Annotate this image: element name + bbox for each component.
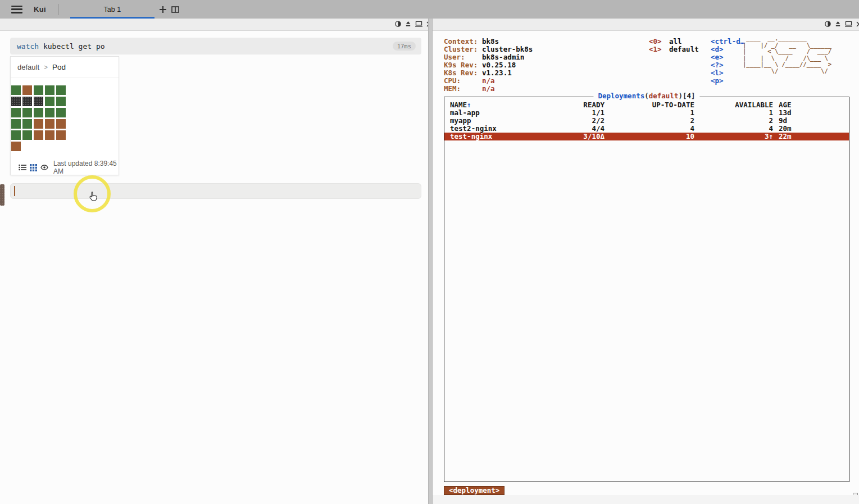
- pod-cell-warn[interactable]: [56, 119, 66, 129]
- deployments-table: Deployments(default)[4] NAME↑READYUP-TO-…: [444, 97, 849, 482]
- pod-cell-ok[interactable]: [11, 130, 21, 140]
- hotkey-hint: <?>: [711, 61, 744, 69]
- left-pane-controls: [395, 21, 432, 27]
- export-eject-icon[interactable]: [405, 21, 411, 27]
- pane-divider[interactable]: [428, 19, 433, 504]
- pod-cell-ok[interactable]: [45, 108, 54, 117]
- command-rest: kubectl get po: [39, 42, 104, 51]
- deployment-row-test-nginx[interactable]: test-nginx3/10Δ103↑22m: [444, 133, 849, 140]
- pod-cell-ok[interactable]: [22, 119, 32, 129]
- new-tab-icon[interactable]: [159, 6, 167, 13]
- list-view-icon[interactable]: [19, 164, 26, 171]
- k9s-context-keys: <0>all<1>default: [649, 38, 699, 53]
- deployment-row-mal-app[interactable]: mal-app1/11113d: [444, 109, 849, 117]
- cluster-info-row: K9s Rev:v0.25.18: [444, 61, 533, 69]
- right-pane-footer: [433, 495, 859, 504]
- tab-1[interactable]: Tab 1: [70, 0, 154, 19]
- pod-cell-off[interactable]: [34, 97, 43, 106]
- theme-contrast-icon[interactable]: [395, 21, 401, 27]
- close-pane-icon[interactable]: [856, 21, 859, 27]
- last-updated-text: Last updated 8:39:45 AM: [53, 160, 119, 175]
- table-header-row: NAME↑READYUP-TO-DATEAVAILABLEAGE: [444, 101, 849, 109]
- context-switch-key: <1>default: [649, 46, 699, 53]
- pod-cell-ok[interactable]: [22, 130, 32, 140]
- hotkey-hint: <l>: [711, 69, 744, 77]
- pod-cell-ok[interactable]: [56, 108, 66, 117]
- deployment-row-test2-nginx[interactable]: test2-nginx4/44420m: [444, 125, 849, 133]
- command-duration-badge: 17ms: [393, 42, 416, 51]
- theme-contrast-icon[interactable]: [825, 21, 831, 27]
- pod-cell-warn[interactable]: [45, 130, 54, 140]
- hamburger-menu-icon[interactable]: [11, 6, 22, 13]
- pod-cell-ok[interactable]: [56, 85, 66, 95]
- pod-cell-ok[interactable]: [45, 97, 54, 106]
- pod-cell-ok[interactable]: [11, 119, 21, 129]
- pod-cell-off[interactable]: [11, 97, 21, 106]
- command-block[interactable]: watch kubectl get po 17ms: [10, 38, 421, 55]
- breadcrumb-namespace[interactable]: default: [17, 63, 39, 71]
- breadcrumb-kind[interactable]: Pod: [52, 63, 66, 71]
- k9s-hotkeys: <ctrl-d…<d><e><?><l><p>: [711, 38, 744, 85]
- k9s-info: Context:bk8sCluster:cluster-bk8sUser:bk8…: [444, 38, 533, 93]
- hotkey-hint: <p>: [711, 77, 744, 85]
- pod-cell-warn[interactable]: [34, 130, 43, 140]
- deployments-table-title: Deployments(default)[4]: [593, 92, 699, 100]
- context-switch-key: <0>all: [649, 38, 699, 46]
- pod-cell-ok[interactable]: [22, 108, 32, 117]
- eye-watch-icon[interactable]: [40, 165, 48, 170]
- pod-status-grid: [11, 78, 119, 151]
- cluster-info-row: K8s Rev:v1.23.1: [444, 69, 533, 77]
- tab-divider: [58, 4, 59, 15]
- pod-cell-warn[interactable]: [34, 119, 43, 129]
- k9s-ascii-logo: ____ __.________ | |/ _/ __ \______ | < …: [743, 35, 831, 74]
- text-caret: [14, 186, 15, 196]
- pod-cell-ok[interactable]: [56, 97, 66, 106]
- k9s-terminal[interactable]: Context:bk8sCluster:cluster-bk8sUser:bk8…: [433, 31, 859, 504]
- pod-cell-ok[interactable]: [11, 85, 21, 95]
- cluster-info-row: Context:bk8s: [444, 38, 533, 46]
- pod-cell-ok[interactable]: [34, 85, 43, 95]
- pod-cell-ok[interactable]: [34, 108, 43, 117]
- grid-view-icon[interactable]: [30, 164, 37, 171]
- cluster-info-row: User:bk8s-admin: [444, 53, 533, 61]
- pod-watch-card: default > Pod Last updated 8:39:45 AM: [10, 56, 119, 175]
- repl-input[interactable]: [10, 183, 421, 199]
- window-titlebar: Kui Tab 1: [0, 0, 859, 19]
- hotkey-hint: <ctrl-d…: [711, 38, 744, 46]
- cluster-info-row: Cluster:cluster-bk8s: [444, 46, 533, 53]
- pod-cell-ok[interactable]: [45, 85, 54, 95]
- column-header-ready[interactable]: READY: [548, 101, 605, 109]
- command-keyword: watch: [17, 42, 39, 51]
- deployment-row-myapp[interactable]: myapp2/2229d: [444, 117, 849, 125]
- breadcrumb: default > Pod: [11, 57, 119, 78]
- display-icon[interactable]: [415, 21, 422, 27]
- pod-cell-warn[interactable]: [45, 119, 54, 129]
- column-header-up-to-date[interactable]: UP-TO-DATE: [605, 101, 694, 109]
- pod-cell-off[interactable]: [22, 97, 32, 106]
- split-terminal-icon[interactable]: [171, 6, 179, 13]
- display-icon[interactable]: [845, 21, 852, 27]
- cluster-info-row: CPU:n/a: [444, 77, 533, 85]
- pod-cell-warn[interactable]: [56, 130, 66, 140]
- command-text: watch kubectl get po: [17, 42, 105, 51]
- column-header-age[interactable]: AGE: [773, 101, 849, 109]
- pod-cell-warn[interactable]: [11, 142, 21, 151]
- app-title: Kui: [34, 5, 46, 13]
- resource-crumb-badge: <deployment>: [444, 486, 505, 495]
- chevron-right-icon: >: [44, 63, 48, 71]
- block-marker: [0, 184, 4, 206]
- pod-cell-ok[interactable]: [11, 108, 21, 117]
- hotkey-hint: <e>: [711, 53, 744, 61]
- hotkey-hint: <d>: [711, 46, 744, 53]
- cluster-info-row: MEM:n/a: [444, 85, 533, 93]
- column-header-name[interactable]: NAME↑: [450, 101, 548, 109]
- column-header-available[interactable]: AVAILABLE: [694, 101, 773, 109]
- tab-label: Tab 1: [104, 6, 121, 13]
- pod-cell-warn[interactable]: [22, 85, 32, 95]
- export-eject-icon[interactable]: [835, 21, 841, 27]
- right-pane-controls: [825, 21, 859, 27]
